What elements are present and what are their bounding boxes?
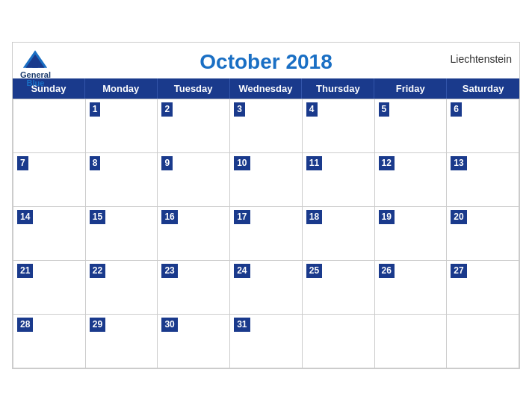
calendar-container: General Blue October 2018 Liechtenstein …: [12, 42, 520, 369]
day-number: 5: [379, 102, 390, 117]
day-cell: 6: [447, 99, 519, 153]
day-number: 13: [451, 156, 466, 170]
day-cell: [447, 315, 519, 368]
day-number: 4: [306, 102, 318, 117]
day-cell: 30: [158, 315, 230, 368]
day-cell: 31: [230, 315, 303, 368]
header-saturday: Saturday: [447, 78, 519, 99]
day-number: 12: [379, 156, 395, 170]
day-cell: 5: [375, 99, 448, 153]
calendar-grid: 1234567891011121314151617181920212223242…: [13, 99, 519, 368]
day-cell: 21: [13, 261, 86, 315]
day-number: 19: [379, 210, 395, 224]
day-number: 21: [17, 264, 33, 278]
day-number: 3: [234, 102, 245, 117]
day-number: 6: [451, 102, 462, 117]
day-cell: [375, 315, 448, 368]
day-number: 15: [90, 210, 105, 224]
calendar-title: October 2018: [200, 50, 332, 74]
day-number: 30: [161, 318, 177, 332]
day-number: 10: [234, 156, 250, 170]
header-monday: Monday: [85, 78, 158, 99]
day-number: 7: [17, 156, 28, 170]
day-cell: 9: [158, 153, 230, 207]
day-cell: 14: [13, 207, 86, 261]
day-number: 25: [306, 264, 322, 278]
day-cell: 13: [447, 153, 519, 207]
day-number: 9: [161, 156, 173, 170]
day-number: 27: [451, 264, 466, 278]
day-headers: Sunday Monday Tuesday Wednesday Thursday…: [13, 78, 519, 99]
day-number: 24: [234, 264, 250, 278]
day-cell: 20: [447, 207, 519, 261]
day-number: 11: [306, 156, 322, 170]
day-cell: 19: [375, 207, 448, 261]
svg-rect-2: [33, 61, 38, 68]
header-wednesday: Wednesday: [230, 78, 303, 99]
day-cell: 26: [375, 261, 448, 315]
country-label: Liechtenstein: [450, 53, 512, 65]
day-cell: 23: [158, 261, 230, 315]
header-tuesday: Tuesday: [158, 78, 230, 99]
day-number: 1: [90, 102, 101, 117]
day-cell: 8: [86, 153, 158, 207]
day-cell: 22: [86, 261, 158, 315]
day-number: 16: [161, 210, 177, 224]
day-cell: 27: [447, 261, 519, 315]
day-cell: 7: [13, 153, 86, 207]
day-number: 14: [17, 210, 33, 224]
day-cell: 25: [303, 261, 375, 315]
day-cell: 18: [303, 207, 375, 261]
header-friday: Friday: [374, 78, 447, 99]
day-cell: 2: [158, 99, 230, 153]
day-cell: 28: [13, 315, 86, 368]
day-number: 28: [17, 318, 33, 332]
day-number: 2: [161, 102, 173, 117]
day-number: 20: [451, 210, 466, 224]
day-number: 8: [90, 156, 101, 170]
day-cell: 4: [303, 99, 375, 153]
day-cell: 24: [230, 261, 303, 315]
day-cell: 1: [86, 99, 158, 153]
logo-icon: [22, 49, 49, 69]
day-number: 23: [161, 264, 177, 278]
day-cell: 29: [86, 315, 158, 368]
day-number: 22: [90, 264, 105, 278]
calendar-header: General Blue October 2018 Liechtenstein: [13, 43, 519, 78]
day-cell: 11: [303, 153, 375, 207]
day-number: 26: [379, 264, 395, 278]
day-cell: [13, 99, 86, 153]
day-number: 29: [90, 318, 105, 332]
day-number: 18: [306, 210, 322, 224]
day-cell: 16: [158, 207, 230, 261]
day-cell: 15: [86, 207, 158, 261]
day-cell: 12: [375, 153, 448, 207]
logo-blue-text: Blue: [27, 79, 45, 87]
day-cell: 10: [230, 153, 303, 207]
header-thursday: Thursday: [302, 78, 374, 99]
day-cell: 3: [230, 99, 303, 153]
day-number: 17: [234, 210, 250, 224]
day-cell: [303, 315, 375, 368]
day-number: 31: [234, 318, 250, 332]
logo-area: General Blue: [20, 49, 51, 87]
day-cell: 17: [230, 207, 303, 261]
